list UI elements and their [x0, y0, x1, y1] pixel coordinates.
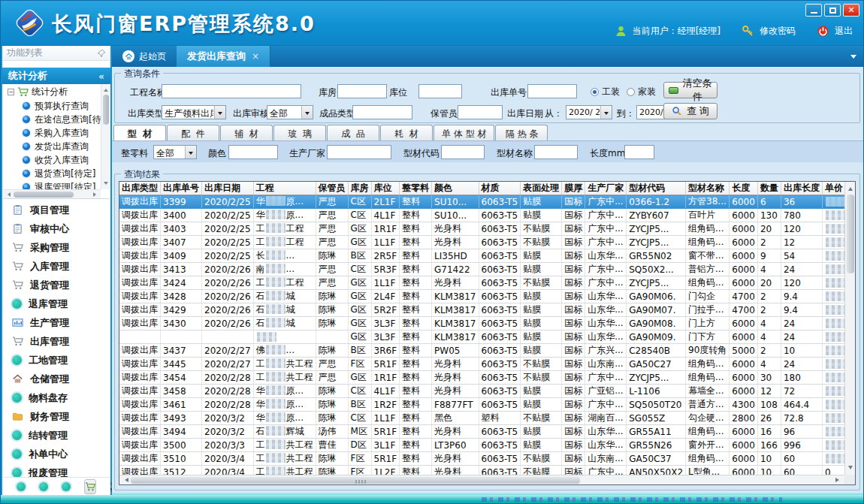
sidebar-item[interactable]: 采购管理	[3, 238, 110, 257]
material-tab[interactable]: 单 体 型 材	[434, 125, 494, 140]
location-input[interactable]	[418, 84, 462, 98]
radio-jiazhuang[interactable]: 家装	[627, 86, 656, 98]
material-tab[interactable]: 玻 璃	[273, 125, 326, 140]
column-header[interactable]: 长度	[730, 182, 758, 195]
sidebar-item[interactable]: 退货管理	[3, 276, 110, 294]
outbound-type-select[interactable]: 生产领料出库	[162, 105, 226, 119]
column-header[interactable]: 颜色	[432, 182, 479, 195]
order-no-input[interactable]	[527, 84, 577, 98]
audit-select[interactable]: 全部	[267, 105, 313, 119]
column-header[interactable]: 库房	[348, 182, 371, 195]
tree-item[interactable]: 退货查询[待定]	[3, 167, 101, 180]
table-row[interactable]: 调拨出库34452020/2/27工共工程严思F区5R1F整料光身料6063-T…	[119, 358, 844, 371]
table-row[interactable]: G区3L3F整料KLM38176063-T5贴膜国标山东华...GA90M09.…	[119, 330, 844, 344]
column-header[interactable]: 出库日期	[202, 182, 254, 195]
table-row[interactable]: 调拨出库34612020/2/28华原...陈琳B区1R2F整料F8877FT6…	[119, 398, 844, 412]
profile-code-input[interactable]	[441, 145, 485, 159]
column-header[interactable]: 整零料	[400, 182, 432, 195]
clear-conditions-button[interactable]: 清空条件	[663, 82, 717, 98]
sidebar-item[interactable]: 退库管理	[3, 294, 110, 313]
sidebar-item[interactable]: 出库管理	[3, 332, 110, 351]
table-row[interactable]: 调拨出库35102020/3/4工共工程陈琳F区5R1F整料光身料6063-T5…	[119, 452, 844, 466]
column-header[interactable]: 工程	[253, 182, 316, 195]
tree-root[interactable]: − 统计分析	[3, 84, 101, 99]
table-row[interactable]: 调拨出库34302020/2/26石城陈琳G区3L3F整料KLM38176063…	[119, 317, 844, 330]
tab-list-dropdown-icon[interactable]	[850, 55, 856, 62]
tree-item[interactable]: 退库管理[待定]	[3, 180, 101, 189]
change-password-link[interactable]: 修改密码	[760, 25, 796, 38]
table-row[interactable]: 调拨出库34032020/2/25工工程严思G区1R1F整料光身料6063-T5…	[119, 222, 844, 236]
logout-link[interactable]: 退出	[835, 25, 853, 38]
tab-shipment-query[interactable]: 发货出库查询 ×	[177, 46, 270, 67]
dot-icon[interactable]	[39, 482, 48, 491]
sidebar-item[interactable]: 审核中心	[3, 219, 110, 238]
column-header[interactable]: 生产厂家	[585, 182, 627, 195]
dot-icon[interactable]	[62, 482, 71, 491]
table-row[interactable]: 调拨出库34072020/2/25工工程严思G区1L1F整料光身料6063-T5…	[119, 236, 844, 249]
table-row[interactable]: 调拨出库34372020/2/27佛...陈琳B区3R6F整料PW056063-…	[119, 344, 844, 358]
sidebar-item[interactable]: 财务管理	[3, 407, 110, 426]
tab-home[interactable]: 起始页	[112, 46, 177, 67]
material-tab[interactable]: 隔 热 条	[495, 125, 548, 140]
sidebar-item[interactable]: 仓储管理	[3, 370, 110, 388]
date-from-picker[interactable]: 2020/ 2/16	[566, 105, 612, 119]
color-input[interactable]	[228, 145, 278, 159]
whole-piece-select[interactable]: 全部	[153, 145, 197, 159]
radio-gongzhuang[interactable]: 工装	[591, 86, 620, 98]
maker-input[interactable]	[327, 145, 391, 159]
footer-cart-button[interactable]	[84, 479, 96, 494]
column-header[interactable]: 单价	[822, 182, 844, 195]
material-tab[interactable]: 型 材	[113, 125, 166, 140]
sidebar-item[interactable]: 工地管理	[3, 351, 110, 370]
minimize-button[interactable]	[805, 4, 822, 17]
column-header[interactable]: 型材名称	[686, 182, 730, 195]
warehouse-input[interactable]	[337, 84, 387, 98]
tree-item[interactable]: 在途信息查询[待	[3, 113, 101, 126]
table-row[interactable]: 调拨出库34002020/2/25华原...严思C区4L1F整料SU10...6…	[119, 209, 844, 222]
collapse-icon[interactable]: «	[98, 71, 104, 82]
grid-vertical-scrollbar[interactable]	[844, 182, 855, 475]
maximize-button[interactable]	[824, 4, 841, 17]
material-tab[interactable]: 辅 材	[220, 125, 273, 140]
column-header[interactable]: 保管员	[316, 182, 348, 195]
tree-item[interactable]: 收货入库查询	[3, 153, 101, 167]
sidebar-item[interactable]: 报废管理	[3, 463, 110, 478]
column-header[interactable]: 数量	[757, 182, 781, 195]
table-row[interactable]: 调拨出库34542020/2/28工共工程严思G区1R1F整料光身料6063-T…	[119, 371, 844, 385]
product-type-input[interactable]	[352, 105, 412, 119]
tree-horizontal-scrollbar[interactable]	[3, 189, 101, 198]
material-tab[interactable]: 耗 材	[380, 125, 433, 140]
column-header[interactable]: 膜厚	[562, 182, 585, 195]
tree-vertical-scrollbar[interactable]	[101, 84, 110, 189]
project-name-input[interactable]	[162, 84, 301, 98]
table-row[interactable]: 调拨出库34092020/2/25长...陈琳B区2R5F整料LI35HD606…	[119, 249, 844, 263]
table-row[interactable]: 调拨出库33992020/2/25华原...严思C区2L1F整料SU10...6…	[119, 195, 844, 209]
table-row[interactable]: 调拨出库34242020/2/26工工程严思G区1L1F整料光身料6063-T5…	[119, 276, 844, 290]
section-header[interactable]: 统计分析 «	[2, 68, 110, 84]
tree-item[interactable]: 发货出库查询	[3, 140, 101, 153]
column-header[interactable]: 出库单号	[161, 182, 202, 195]
tree-item[interactable]: 预算执行查询	[3, 99, 101, 113]
grid-horizontal-scrollbar[interactable]	[119, 475, 844, 484]
column-header[interactable]: 出库类型	[119, 182, 161, 195]
dot-icon[interactable]	[17, 482, 26, 491]
table-row[interactable]: 调拨出库34582020/2/28华原...陈琳C区4L1F整料光身料6063-…	[119, 385, 844, 398]
profile-name-input[interactable]	[534, 145, 578, 159]
table-row[interactable]: 调拨出库35002020/3/3工共工程曹佳D区3L1F整料LT3P606063…	[119, 439, 844, 452]
column-header[interactable]: 表面处理	[521, 182, 562, 195]
table-row[interactable]: 调拨出库34942020/3/2石辉城汤伟M区5R1F整料光身料6063-T5贴…	[119, 425, 844, 439]
column-header[interactable]: 型材代码	[627, 182, 686, 195]
tab-close-icon[interactable]: ×	[252, 51, 259, 62]
column-header[interactable]: 材质	[479, 182, 521, 195]
sidebar-item[interactable]: 补单中心	[3, 445, 110, 463]
sidebar-item[interactable]: 项目管理	[3, 201, 110, 219]
close-button[interactable]: ✕	[843, 4, 859, 17]
table-row[interactable]: 调拨出库34282020/2/26石城陈琳G区2L4F整料KLM38176063…	[119, 290, 844, 303]
sidebar-item[interactable]: 结转管理	[3, 426, 110, 445]
sidebar-item[interactable]: 入库管理	[3, 257, 110, 276]
table-row[interactable]: 调拨出库34292020/2/26石城陈琳G区5R2F整料KLM38176063…	[119, 303, 844, 317]
table-row[interactable]: 调拨出库34932020/3/2华原...陈琳C区1L1F整料黑色塑料不贴膜国标…	[119, 412, 844, 425]
material-tab[interactable]: 配 件	[167, 125, 219, 140]
sidebar-item[interactable]: 物料盘存	[3, 388, 110, 407]
sidebar-item[interactable]: 生产管理	[3, 313, 110, 332]
